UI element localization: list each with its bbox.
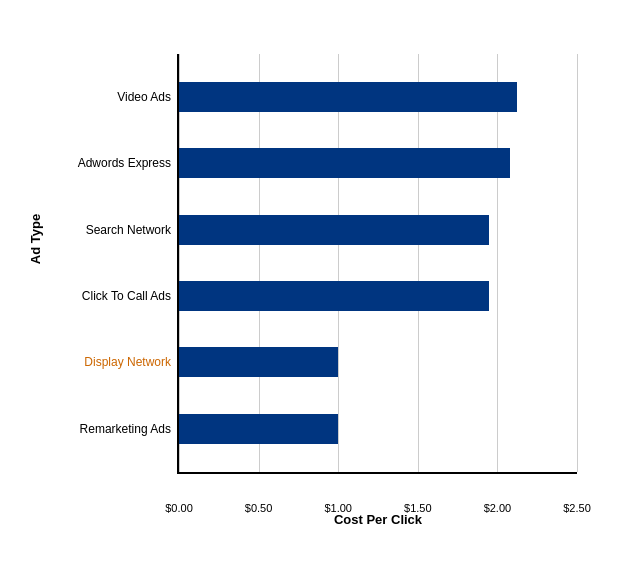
bar-fill — [179, 281, 489, 311]
bar-row: Click To Call Ads — [179, 272, 577, 320]
bar-wrapper — [179, 338, 577, 386]
bars-area: Video AdsAdwords ExpressSearch NetworkCl… — [179, 54, 577, 472]
bar-row: Adwords Express — [179, 139, 577, 187]
x-axis-title: Cost Per Click — [179, 512, 577, 527]
bar-fill — [179, 148, 510, 178]
grid-line — [577, 54, 578, 472]
bar-wrapper — [179, 139, 577, 187]
bar-wrapper — [179, 206, 577, 254]
bar-wrapper — [179, 272, 577, 320]
y-axis-title: Ad Type — [28, 214, 43, 264]
bar-label: Adwords Express — [78, 156, 179, 170]
bar-row: Remarketing Ads — [179, 405, 577, 453]
chart-inner: Video AdsAdwords ExpressSearch NetworkCl… — [177, 54, 577, 474]
bar-fill — [179, 347, 338, 377]
chart-container: Ad Type Video AdsAdwords ExpressSearch N… — [17, 19, 617, 559]
bar-wrapper — [179, 73, 577, 121]
bar-row: Search Network — [179, 206, 577, 254]
bar-label: Remarketing Ads — [80, 422, 179, 436]
bar-label: Search Network — [86, 223, 179, 237]
bar-row: Display Network — [179, 338, 577, 386]
bar-wrapper — [179, 405, 577, 453]
bar-fill — [179, 215, 489, 245]
bar-label: Display Network — [84, 355, 179, 369]
bar-fill — [179, 414, 338, 444]
bar-label: Click To Call Ads — [82, 289, 179, 303]
bar-fill — [179, 82, 517, 112]
bar-row: Video Ads — [179, 73, 577, 121]
bar-label: Video Ads — [117, 90, 179, 104]
